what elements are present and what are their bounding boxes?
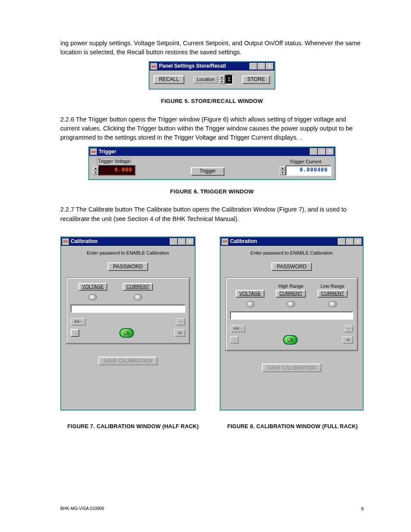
current-radio[interactable] — [134, 294, 142, 300]
password-button[interactable]: PASSWORD — [108, 262, 148, 271]
calibration-group: VOLTAGE High Range CURRENT — [226, 278, 358, 351]
store-recall-window: cv Panel Settings Store/Recall _ □ × REC… — [149, 61, 275, 90]
titlebar[interactable]: cv Calibration _ □ × — [61, 237, 195, 246]
voltage-button[interactable]: VOLTAGE — [236, 290, 264, 298]
current-button[interactable]: CURRENT — [123, 283, 153, 291]
ok-button[interactable]: Ok — [283, 335, 298, 345]
window-title: Calibration — [71, 238, 170, 245]
save-calibration-button[interactable]: SAVE CALIBRATION — [262, 364, 321, 372]
trigger-current-value: 0.000400 — [286, 165, 331, 175]
store-button[interactable]: STORE — [242, 75, 270, 84]
trigger-window: cv Trigger _ □ × Trigger Voltage ▴ ▾ — [88, 146, 336, 180]
trigger-voltage-spinner[interactable]: ▴ ▾ 0.000 — [93, 165, 136, 175]
window-title: Calibration — [230, 238, 338, 245]
minimize-icon[interactable]: _ — [338, 238, 346, 245]
low-range-label: Low Range — [321, 283, 345, 290]
spinner-up-icon[interactable]: ▴ — [280, 166, 286, 171]
minimize-icon[interactable]: _ — [170, 238, 177, 245]
calibration-group: VOLTAGE CURRENT — [66, 278, 190, 344]
window-title: Trigger — [99, 148, 310, 156]
save-calibration-button[interactable]: SAVE CALIBRATION — [98, 357, 158, 365]
maximize-icon[interactable]: □ — [258, 63, 265, 70]
ok-button[interactable]: Ok — [119, 328, 134, 338]
fwd-coarse-button[interactable]: ·· — [344, 325, 353, 333]
password-prompt: Enter password to ENABLE Calibration — [66, 250, 190, 257]
calibration-window-full: cv Calibration _ □ × Enter password to E… — [220, 236, 364, 411]
page-number: 9 — [361, 506, 364, 513]
calibration-readout — [71, 305, 185, 313]
decrement-button[interactable]: - — [71, 329, 79, 337]
trigger-current-spinner[interactable]: ▴ ▾ 0.000400 — [280, 165, 331, 175]
titlebar[interactable]: cv Trigger _ □ × — [89, 147, 335, 156]
high-range-label: High Range — [278, 283, 303, 290]
back-coarse-button[interactable]: <<·· — [230, 325, 245, 333]
high-current-button[interactable]: CURRENT — [276, 290, 306, 298]
maximize-icon[interactable]: □ — [178, 238, 186, 245]
spinner-down-icon[interactable]: ▾ — [219, 80, 225, 84]
location-label-button[interactable]: Location — [193, 76, 218, 84]
trigger-button[interactable]: Trigger — [191, 167, 224, 176]
body-227: 2.2.7 The Calibrate button The Calibrate… — [60, 205, 364, 223]
calibration-window-half: cv Calibration _ □ × Enter password to E… — [60, 236, 196, 411]
decrement-button[interactable]: - — [230, 336, 239, 344]
low-current-radio[interactable] — [328, 301, 337, 307]
voltage-radio[interactable] — [246, 301, 255, 307]
spinner-down-icon[interactable]: ▾ — [93, 171, 99, 175]
low-current-button[interactable]: CURRENT — [318, 290, 348, 298]
titlebar[interactable]: cv Panel Settings Store/Recall _ □ × — [149, 62, 274, 71]
minimize-icon[interactable]: _ — [310, 148, 318, 155]
body-intro: ing power supply settings. Voltage Setpo… — [60, 39, 364, 57]
location-spinner[interactable]: ▴ ▾ 1 — [219, 75, 233, 84]
close-icon[interactable]: × — [266, 63, 274, 70]
next-button[interactable]: -> — [174, 329, 185, 337]
app-icon: cv — [221, 238, 228, 245]
figure8-caption: FIGURE 8. CALIBRATION WINDOW (FULL RACK) — [221, 423, 364, 430]
spinner-up-icon[interactable]: ▴ — [219, 75, 225, 80]
recall-button[interactable]: RECALL — [154, 75, 184, 84]
password-button[interactable]: PASSWORD — [271, 262, 311, 271]
close-icon[interactable]: × — [186, 238, 194, 245]
maximize-icon[interactable]: □ — [346, 238, 354, 245]
app-icon: cv — [62, 238, 69, 245]
app-icon: cv — [90, 148, 97, 155]
body-226: 2.2.6 The Trigger button opens the Trigg… — [60, 115, 364, 142]
maximize-icon[interactable]: □ — [318, 148, 326, 155]
voltage-button[interactable]: VOLTAGE — [78, 283, 107, 291]
window-title: Panel Settings Store/Recall — [159, 62, 249, 70]
figure7-caption: FIGURE 7. CALIBRATION WINDOW (HALF RACK) — [60, 423, 206, 430]
fwd-coarse-button[interactable]: ·· — [176, 318, 185, 326]
titlebar[interactable]: cv Calibration _ □ × — [221, 237, 363, 246]
voltage-radio[interactable] — [88, 294, 97, 300]
trigger-current-label: Trigger Current — [290, 159, 321, 165]
location-value: 1 — [225, 75, 233, 84]
back-coarse-button[interactable]: <<·· — [71, 318, 86, 326]
trigger-voltage-label: Trigger Voltage — [97, 158, 131, 165]
trigger-voltage-value: 0.000 — [99, 165, 136, 175]
close-icon[interactable]: × — [326, 148, 334, 155]
footer-doc-id: BHK-MG-VISA 010906 — [60, 506, 104, 513]
password-prompt: Enter password to ENABLE Calibration — [226, 250, 358, 257]
calibration-readout — [230, 311, 353, 320]
close-icon[interactable]: × — [354, 238, 362, 245]
figure5-caption: FIGURE 5. STORE/RECALL WINDOW — [60, 97, 364, 106]
spinner-up-icon[interactable]: ▴ — [93, 166, 99, 171]
app-icon: cv — [150, 63, 157, 70]
next-button[interactable]: -> — [342, 336, 353, 344]
spinner-down-icon[interactable]: ▾ — [280, 171, 286, 175]
minimize-icon[interactable]: _ — [249, 63, 257, 70]
high-current-radio[interactable] — [286, 301, 295, 307]
figure6-caption: FIGURE 6. TRIGGER WINDOW — [60, 188, 364, 196]
